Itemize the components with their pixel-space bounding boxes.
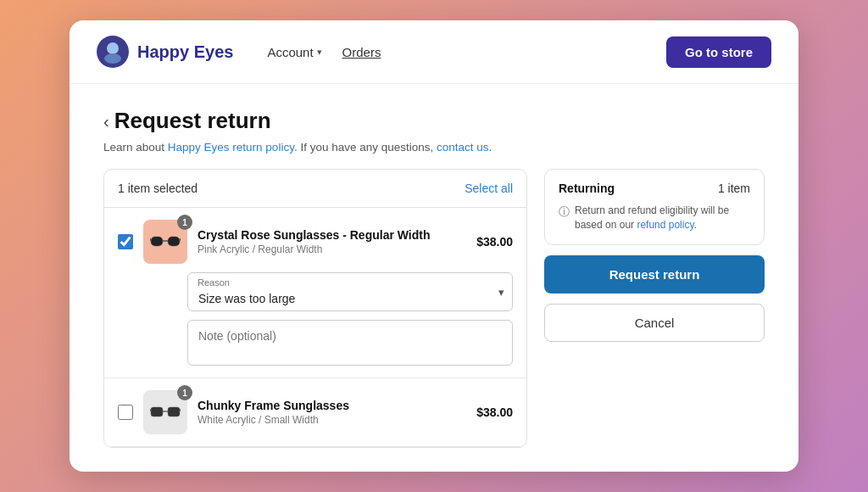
svg-point-1	[104, 53, 121, 64]
brand-logo	[97, 36, 129, 68]
item-row: 1 Crystal Rose Sunglasses - Regular Widt…	[104, 208, 526, 378]
items-panel: 1 item selected Select all	[103, 169, 527, 448]
item-main-1: 1 Crystal Rose Sunglasses - Regular Widt…	[118, 220, 513, 264]
items-header: 1 item selected Select all	[104, 170, 526, 208]
policy-note: Learn about Happy Eyes return policy. If…	[103, 141, 765, 154]
back-icon[interactable]: ‹	[103, 113, 109, 130]
brand-logo-area[interactable]: Happy Eyes	[97, 36, 233, 68]
policy-link[interactable]: Happy Eyes return policy	[168, 141, 294, 154]
item-name-1: Crystal Rose Sunglasses - Regular Width	[198, 228, 466, 242]
nav-orders[interactable]: Orders	[342, 45, 381, 59]
refund-policy-link[interactable]: refund policy	[637, 219, 693, 231]
info-icon: ⓘ	[559, 204, 570, 220]
returning-header: Returning 1 item	[559, 182, 750, 195]
reason-select[interactable]: Size was too large Size was too small De…	[187, 272, 513, 311]
svg-rect-2	[151, 237, 163, 246]
page-title: Request return	[114, 108, 271, 134]
request-return-button[interactable]: Request return	[544, 255, 765, 294]
item-info-1: Crystal Rose Sunglasses - Regular Width …	[198, 228, 466, 255]
item-checkbox-2[interactable]	[118, 405, 133, 420]
svg-line-5	[150, 238, 151, 241]
item-price-1: $38.00	[476, 235, 513, 249]
header: Happy Eyes Account ▾ Orders Go to store	[70, 20, 798, 84]
item-info-2: Chunky Frame Sunglasses White Acrylic / …	[198, 399, 466, 426]
svg-point-0	[107, 42, 119, 54]
item-thumb-wrap-2: 1	[143, 390, 187, 434]
select-all-button[interactable]: Select all	[465, 182, 513, 195]
items-count: 1 item selected	[118, 182, 198, 195]
summary-panel: Returning 1 item ⓘ Return and refund eli…	[544, 169, 765, 342]
item-badge-2: 1	[177, 385, 192, 400]
contact-us-link[interactable]: contact us	[437, 141, 489, 154]
modal-container: Happy Eyes Account ▾ Orders Go to store …	[70, 20, 798, 472]
svg-rect-7	[151, 407, 163, 417]
returning-label: Returning	[559, 182, 615, 195]
reason-dropdown-wrap: Reason Size was too large Size was too s…	[187, 272, 513, 311]
svg-rect-8	[168, 407, 180, 417]
go-to-store-button[interactable]: Go to store	[666, 36, 771, 68]
item-main-2: 1 Chunky Frame Sunglasses White Acrylic …	[118, 390, 513, 434]
nav-account[interactable]: Account ▾	[267, 45, 321, 59]
item-name-2: Chunky Frame Sunglasses	[198, 399, 466, 412]
svg-rect-3	[168, 237, 180, 246]
brand-name: Happy Eyes	[137, 42, 233, 62]
item-row: 1 Chunky Frame Sunglasses White Acrylic …	[104, 378, 526, 447]
nav: Account ▾ Orders	[267, 45, 646, 59]
back-row: ‹ Request return	[103, 108, 765, 134]
item-checkbox-1[interactable]	[118, 234, 133, 249]
content-row: 1 item selected Select all	[103, 169, 765, 448]
item-variant-2: White Acrylic / Small Width	[198, 414, 466, 426]
cancel-button[interactable]: Cancel	[544, 304, 765, 342]
chevron-down-icon: ▾	[317, 47, 322, 58]
returning-count: 1 item	[718, 182, 750, 195]
main-content: ‹ Request return Learn about Happy Eyes …	[70, 84, 798, 472]
svg-line-6	[180, 238, 181, 241]
item-variant-1: Pink Acrylic / Regular Width	[198, 243, 466, 255]
item-thumb-wrap-1: 1	[143, 220, 187, 264]
note-input[interactable]	[187, 320, 513, 366]
item-badge-1: 1	[177, 215, 192, 230]
returning-note: ⓘ Return and refund eligibility will be …	[559, 204, 750, 232]
item-price-2: $38.00	[476, 405, 513, 419]
returning-box: Returning 1 item ⓘ Return and refund eli…	[544, 169, 765, 245]
